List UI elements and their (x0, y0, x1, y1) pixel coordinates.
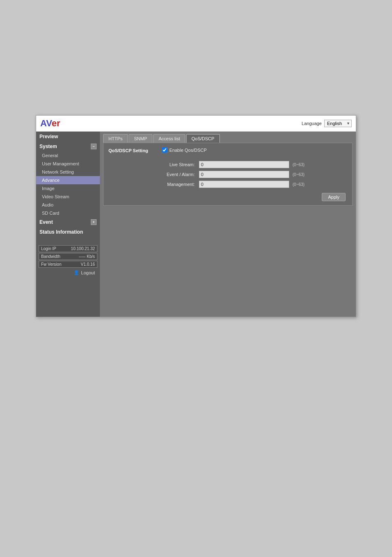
logout-label: Logout (81, 270, 95, 275)
language-select[interactable]: English Chinese French German Spanish (324, 120, 352, 127)
tabs-bar: HTTPs SNMP Access list QoS/DSCP (100, 132, 356, 143)
live-stream-input[interactable] (199, 161, 289, 168)
footer-bandwidth-row: Bandwidth ----- Kb/s (39, 253, 97, 260)
sidebar-system[interactable]: System − (36, 142, 100, 151)
live-stream-label: Live Stream: (145, 162, 199, 167)
sidebar-system-collapse-btn[interactable]: − (91, 144, 97, 149)
bandwidth-value: ----- Kb/s (79, 254, 95, 259)
sidebar-item-audio[interactable]: Audio (36, 201, 100, 209)
live-stream-row: Live Stream: (0~63) (108, 161, 347, 168)
logo-er: er (52, 118, 60, 128)
qos-section-title: QoS/DSCP Setting (108, 148, 154, 153)
fw-version-label: Fw Version (41, 262, 61, 267)
tab-access-list[interactable]: Access list (153, 134, 185, 143)
tab-snmp[interactable]: SNMP (129, 134, 152, 143)
logo-av: AV (40, 118, 52, 128)
management-label: Management: (145, 182, 199, 187)
event-alarm-row: Event / Alarm: (0~63) (108, 171, 347, 178)
logout-row[interactable]: 👤 Logout (39, 269, 97, 276)
apply-row: Apply (108, 193, 347, 201)
collapse-icon: − (92, 144, 95, 149)
event-alarm-range: (0~63) (293, 172, 304, 177)
apply-button[interactable]: Apply (322, 193, 346, 201)
sidebar-status[interactable]: Status Information (36, 227, 100, 237)
sidebar-footer: Login IP 10.100.21.32 Bandwidth ----- Kb… (36, 245, 100, 276)
expand-icon: + (92, 220, 95, 224)
enable-qos-checkbox[interactable] (162, 147, 167, 153)
sidebar-item-user-management[interactable]: User Management (36, 160, 100, 168)
event-alarm-label: Event / Alarm: (145, 172, 199, 177)
main-layout: Preview System − General User Management… (36, 132, 356, 317)
footer-login-ip-row: Login IP 10.100.21.32 (39, 245, 97, 252)
enable-qos-label: Enable Qos/DSCP (169, 148, 207, 153)
tab-https[interactable]: HTTPs (103, 134, 128, 143)
sidebar-item-general[interactable]: General (36, 151, 100, 160)
footer-fw-version-row: Fw Version V1.0.16 (39, 261, 97, 268)
sidebar-item-sd-card[interactable]: SD Card (36, 209, 100, 217)
language-select-wrapper: English Chinese French German Spanish (324, 120, 352, 127)
management-input[interactable] (199, 181, 289, 188)
sidebar-item-network-setting[interactable]: Network Setting (36, 168, 100, 176)
language-label: Language (302, 121, 322, 126)
sidebar-item-video-stream[interactable]: Video Stream (36, 193, 100, 201)
sidebar-system-label: System (39, 144, 57, 149)
header: AVer Language English Chinese French Ger… (36, 116, 356, 132)
sidebar-preview[interactable]: Preview (36, 132, 100, 142)
login-ip-label: Login IP (41, 246, 56, 251)
language-area: Language English Chinese French German S… (302, 120, 352, 127)
live-stream-range: (0~63) (293, 162, 304, 167)
sidebar-status-label: Status Information (39, 229, 83, 235)
login-ip-value: 10.100.21.32 (71, 246, 95, 251)
sidebar-event[interactable]: Event + (36, 217, 100, 227)
content-area: HTTPs SNMP Access list QoS/DSCP QoS/DSCP… (100, 132, 356, 317)
user-icon: 👤 (74, 270, 79, 275)
sidebar: Preview System − General User Management… (36, 132, 100, 317)
qos-settings-panel: QoS/DSCP Setting Enable Qos/DSCP Live St… (103, 143, 353, 206)
app-window: AVer Language English Chinese French Ger… (36, 115, 356, 317)
logo: AVer (40, 118, 60, 129)
sidebar-item-image[interactable]: Image (36, 184, 100, 193)
event-alarm-input[interactable] (199, 171, 289, 178)
tab-qos-dscp[interactable]: QoS/DSCP (186, 134, 220, 143)
sidebar-item-advance[interactable]: Advance (36, 176, 100, 184)
sidebar-preview-label: Preview (39, 134, 58, 139)
bandwidth-label: Bandwidth (41, 254, 60, 259)
sidebar-event-expand-btn[interactable]: + (91, 219, 97, 225)
sidebar-event-label: Event (39, 219, 53, 225)
management-row: Management: (0~63) (108, 181, 347, 188)
fw-version-value: V1.0.16 (81, 262, 95, 267)
management-range: (0~63) (293, 182, 304, 187)
